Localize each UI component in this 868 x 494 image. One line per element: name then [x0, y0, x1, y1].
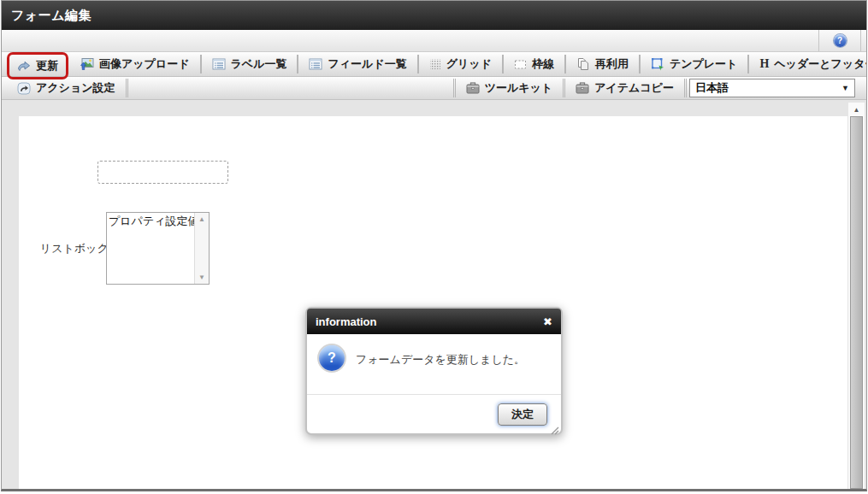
- field-list-button[interactable]: フィールド一覧: [301, 52, 414, 76]
- vertical-scrollbar[interactable]: ▲: [848, 103, 865, 489]
- toolkit-button[interactable]: ツールキット: [458, 77, 561, 99]
- update-button[interactable]: 更新: [9, 55, 66, 77]
- template-icon: [651, 57, 664, 71]
- list-icon: [309, 58, 322, 70]
- toolbar-separator: [417, 55, 419, 74]
- dialog-body: ? フォームデータを更新しました。: [307, 334, 561, 394]
- item-copy-button[interactable]: アイテムコピー: [568, 77, 682, 99]
- image-upload-button[interactable]: 画像アップロード: [72, 52, 198, 76]
- scroll-up-icon[interactable]: ▲: [848, 103, 865, 116]
- reuse-button[interactable]: 再利用: [569, 52, 636, 76]
- help-icon: ?: [834, 34, 847, 47]
- header-footer-button-label: ヘッダーとフッター: [774, 56, 867, 72]
- dialog-title-bar[interactable]: information ✖: [307, 309, 561, 334]
- ok-button[interactable]: 決定: [498, 403, 547, 426]
- action-arrow-icon: [17, 82, 31, 95]
- scroll-down-icon[interactable]: ▼: [198, 271, 205, 284]
- action-settings-button-label: アクション設定: [36, 80, 115, 96]
- image-upload-icon: [80, 57, 94, 71]
- toolbar-row-1: 更新 画像アップロード: [2, 52, 866, 77]
- field-list-button-label: フィールド一覧: [328, 56, 406, 72]
- page-title: フォーム編集: [11, 8, 92, 24]
- empty-placeholder-field[interactable]: [97, 161, 228, 184]
- listbox-scrollbar[interactable]: ▲ ▼: [194, 213, 209, 284]
- grid-button[interactable]: グリッド: [422, 52, 499, 76]
- image-upload-button-label: 画像アップロード: [99, 56, 190, 72]
- toolbar-separator: [684, 79, 687, 97]
- reuse-button-label: 再利用: [595, 56, 629, 72]
- question-info-icon: ?: [319, 345, 345, 371]
- header-letter-icon: H: [759, 57, 769, 71]
- grid-icon: [429, 58, 441, 70]
- list-icon: [212, 58, 226, 70]
- language-select[interactable]: 日本語 ▼: [689, 79, 855, 97]
- dialog-title: information: [316, 315, 543, 328]
- label-list-button[interactable]: ラベル一覧: [204, 52, 295, 76]
- toolbar-separator: [200, 55, 202, 74]
- dialog-footer: 決定: [307, 394, 561, 433]
- template-button-label: テンプレート: [670, 56, 738, 72]
- dashed-box-icon: [514, 59, 527, 70]
- briefcase-icon: [466, 82, 480, 94]
- help-strip: ?: [2, 30, 866, 52]
- toolbar-separator: [564, 55, 566, 74]
- dialog-message: フォームデータを更新しました。: [356, 345, 525, 368]
- item-copy-button-label: アイテムコピー: [594, 80, 674, 96]
- scrollbar-thumb[interactable]: [850, 116, 863, 489]
- update-highlight-ring: 更新: [7, 52, 68, 79]
- close-icon[interactable]: ✖: [543, 316, 552, 327]
- update-button-label: 更新: [36, 58, 58, 74]
- toolbar-separator: [747, 55, 749, 74]
- toolbar-separator: [297, 55, 298, 74]
- grid-button-label: グリッド: [446, 56, 492, 72]
- language-select-value: 日本語: [695, 80, 841, 96]
- toolbar-row-2: アクション設定 ツールキット: [2, 77, 866, 100]
- action-settings-button[interactable]: アクション設定: [9, 77, 123, 99]
- briefcase-icon: [576, 82, 589, 94]
- update-arrow-icon: [17, 60, 31, 72]
- title-bar: フォーム編集: [2, 1, 866, 30]
- toolbar-separator: [453, 79, 456, 97]
- app-window: フォーム編集 ? 更新 画像アッ: [1, 0, 867, 491]
- label-list-button-label: ラベル一覧: [231, 56, 287, 72]
- toolkit-button-label: ツールキット: [485, 80, 553, 96]
- template-button[interactable]: テンプレート: [643, 52, 746, 76]
- toolbar-separator: [502, 55, 504, 74]
- border-button-label: 枠線: [532, 56, 554, 72]
- help-button[interactable]: ?: [818, 30, 861, 51]
- listbox-items: プロパティ設定値: [107, 213, 194, 284]
- toolbar-separator: [126, 79, 128, 97]
- header-footer-button[interactable]: H ヘッダーとフッター: [752, 52, 867, 76]
- toolbar-separator: [563, 79, 565, 97]
- toolbar-separator: [639, 55, 641, 74]
- listbox-item[interactable]: プロパティ設定値: [107, 213, 194, 230]
- chevron-down-icon: ▼: [841, 84, 849, 92]
- copy-pages-icon: [576, 57, 590, 71]
- resize-handle-icon[interactable]: [549, 423, 559, 438]
- info-dialog: information ✖ ? フォームデータを更新しました。 決定: [305, 307, 563, 435]
- border-button[interactable]: 枠線: [506, 52, 562, 76]
- listbox-field[interactable]: プロパティ設定値 ▲ ▼: [106, 212, 210, 285]
- scroll-up-icon[interactable]: ▲: [198, 213, 205, 226]
